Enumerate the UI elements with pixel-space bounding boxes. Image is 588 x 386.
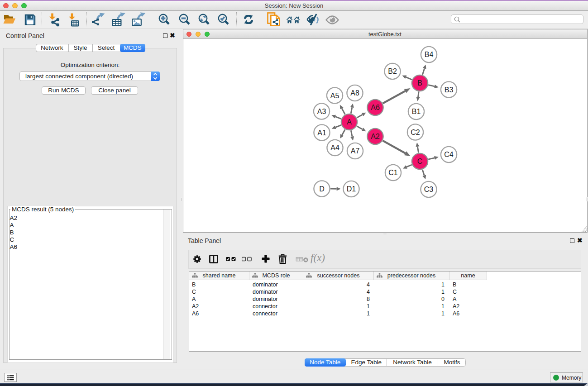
svg-text:C4: C4: [444, 151, 454, 158]
svg-text:A7: A7: [351, 147, 360, 155]
svg-text:B1: B1: [412, 108, 421, 115]
svg-text:A6: A6: [371, 104, 380, 111]
svg-text:A2: A2: [371, 133, 380, 140]
svg-text:C: C: [417, 157, 423, 165]
svg-text:C1: C1: [388, 169, 398, 176]
svg-text:B: B: [417, 79, 422, 87]
svg-text:C2: C2: [411, 129, 420, 136]
svg-text:B3: B3: [445, 86, 454, 94]
svg-text:A4: A4: [330, 144, 339, 152]
svg-text:C3: C3: [424, 186, 434, 193]
svg-text:A1: A1: [317, 129, 326, 137]
svg-text:A3: A3: [317, 108, 326, 115]
svg-text:B2: B2: [388, 67, 397, 75]
svg-text:A: A: [347, 118, 352, 126]
svg-text:A5: A5: [330, 92, 339, 100]
svg-text:B4: B4: [425, 51, 434, 58]
svg-text:D1: D1: [347, 185, 356, 193]
svg-text:A8: A8: [350, 89, 359, 97]
svg-text:D: D: [319, 185, 325, 193]
